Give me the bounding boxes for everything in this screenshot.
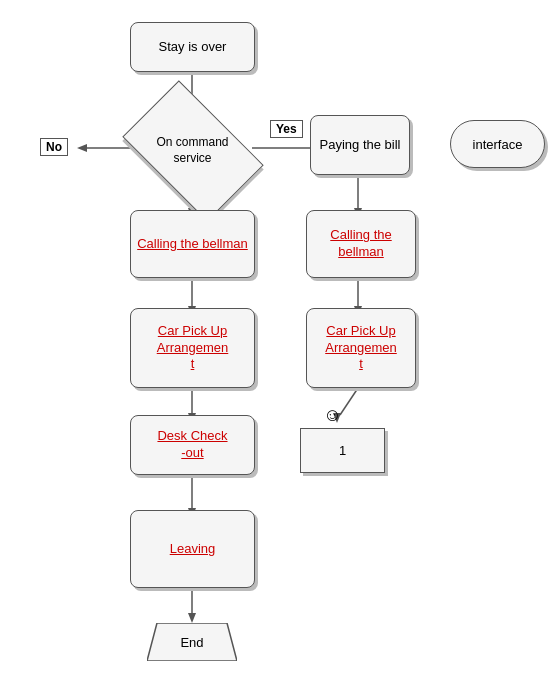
car-pickup-left-label: Car Pick Up Arrangemen t: [157, 323, 229, 374]
no-label: No: [40, 138, 68, 156]
flowchart: Stay is over On command service Yes No P…: [0, 0, 552, 677]
paying-bill-label: Paying the bill: [320, 137, 401, 154]
stay-is-over-node: Stay is over: [130, 22, 255, 72]
svg-marker-21: [188, 613, 196, 623]
desk-checkout-node: Desk Check -out: [130, 415, 255, 475]
end-trapezoid-svg: End: [147, 623, 237, 661]
interface-node: interface: [450, 120, 545, 168]
svg-marker-5: [77, 144, 87, 152]
svg-text:End: End: [180, 635, 203, 650]
car-pickup-right-node: Car Pick Up Arrangemen t: [306, 308, 416, 388]
calling-bellman-right-node: Calling the bellman: [306, 210, 416, 278]
yes-label: Yes: [270, 120, 303, 138]
interface-label: interface: [473, 137, 523, 152]
desk-checkout-label: Desk Check -out: [157, 428, 227, 462]
number-1-label: 1: [339, 443, 346, 458]
arrows-svg: [0, 0, 552, 677]
end-node: End: [147, 623, 237, 661]
leaving-node: Leaving: [130, 510, 255, 588]
leaving-label: Leaving: [170, 541, 216, 558]
stay-is-over-label: Stay is over: [159, 39, 227, 56]
diamond-shape: [122, 80, 263, 221]
on-command-service-node: On command service: [130, 108, 255, 193]
smiley-face: ☺: [290, 405, 375, 426]
number-1-box: 1: [300, 428, 385, 473]
car-pickup-left-node: Car Pick Up Arrangemen t: [130, 308, 255, 388]
paying-bill-node: Paying the bill: [310, 115, 410, 175]
car-pickup-right-label: Car Pick Up Arrangemen t: [325, 323, 397, 374]
note-box: ☺ 1: [290, 405, 375, 475]
calling-bellman-right-label: Calling the bellman: [307, 227, 415, 261]
calling-bellman-left-node: Calling the bellman: [130, 210, 255, 278]
calling-bellman-left-label: Calling the bellman: [137, 236, 248, 253]
